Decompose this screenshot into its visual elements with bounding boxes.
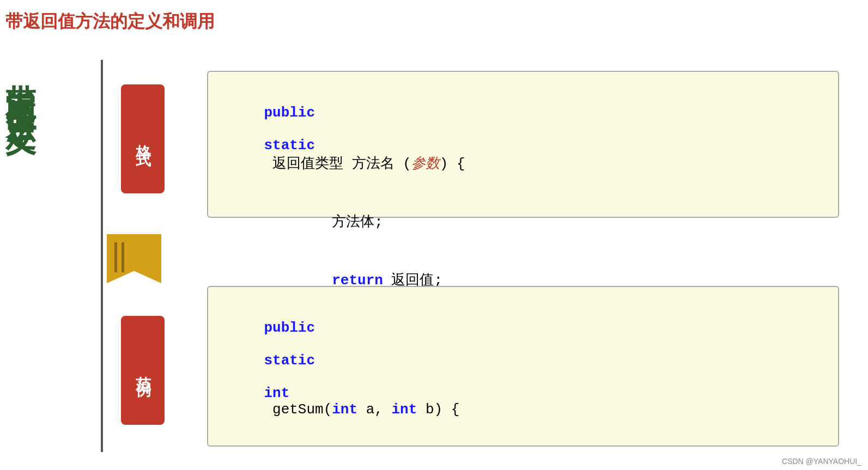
example-code-box: public static int getSum(int a, int b) {…	[207, 286, 839, 447]
page-title: 带返回值方法的定义和调用	[5, 10, 215, 34]
code-space	[264, 457, 332, 470]
code-param: 参数	[411, 156, 440, 172]
keyword-int: int	[264, 385, 289, 401]
format-badge: 格式	[121, 84, 165, 193]
code-space	[264, 336, 272, 352]
keyword-public: public	[264, 105, 315, 121]
code-space	[264, 369, 272, 385]
keyword-public2: public	[264, 320, 315, 336]
keyword-int2: int	[332, 401, 357, 418]
code-text: b) {	[417, 401, 459, 418]
code-text: 方法体;	[264, 214, 383, 230]
code-text: a,	[357, 401, 391, 418]
keyword-static2: static	[264, 352, 315, 369]
keyword-static: static	[264, 137, 315, 154]
left-vertical-label: 带返回值方法定义	[5, 60, 36, 103]
vertical-divider	[101, 60, 103, 452]
code-text	[264, 121, 272, 137]
example-line-1: public static int getSum(int a, int b) {	[230, 303, 816, 434]
watermark: CSDN @YANYAOHUI_	[782, 457, 861, 466]
bookmark-lines	[114, 242, 124, 275]
code-text: 返回值类型 方法名 (	[264, 156, 411, 172]
format-code-box: public static 返回值类型 方法名 (参数) { 方法体; retu…	[207, 71, 839, 218]
keyword-int3: int	[391, 401, 417, 418]
code-text: ) {	[440, 156, 465, 172]
code-text: getSum(	[264, 401, 332, 418]
format-line-1: public static 返回值类型 方法名 (参数) {	[230, 88, 816, 189]
example-badge: 范例	[121, 316, 165, 425]
example-line-2: int c = a + b;	[230, 441, 816, 470]
format-line-2: 方法体;	[230, 196, 816, 247]
